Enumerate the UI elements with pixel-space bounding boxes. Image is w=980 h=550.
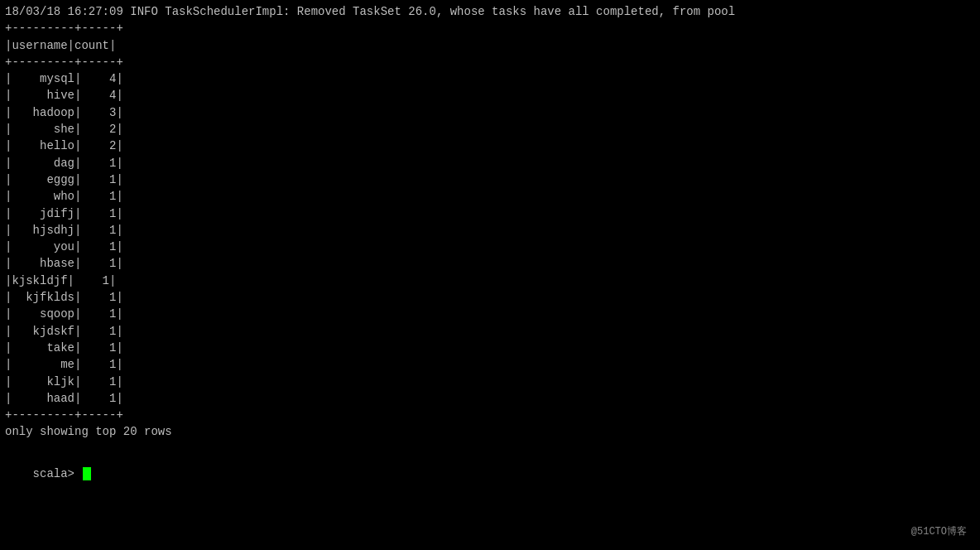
table-row: |kjskldjf| 1| [5,273,975,289]
table-row: | dag| 1| [5,155,975,171]
separator-bottom: +---------+-----+ [5,407,975,423]
table-row: | me| 1| [5,356,975,373]
table-row: | who| 1| [5,188,975,205]
table-row: | hello| 2| [5,138,975,154]
table-row: | jdifj| 1| [5,205,975,222]
separator-mid: +---------+-----+ [5,54,975,70]
table-row: | sqoop| 1| [5,306,975,322]
terminal: 18/03/18 16:27:09 INFO TaskSchedulerImpl… [5,3,975,547]
table-row: | hive| 4| [5,87,975,104]
table-row: | kjdskf| 1| [5,323,975,340]
table-row: | you| 1| [5,239,975,255]
cursor [83,467,91,480]
table-row: | kjfklds| 1| [5,289,975,306]
table-body: | mysql| 4|| hive| 4|| hadoop| 3|| she| … [5,70,975,407]
table-row: | hbase| 1| [5,255,975,272]
table-row: | kljk| 1| [5,374,975,390]
table-row: | haad| 1| [5,390,975,407]
watermark: @51CTO博客 [911,524,967,538]
table-row: | eggg| 1| [5,171,975,188]
table-row: | hjsdhj| 1| [5,222,975,239]
table-row: | take| 1| [5,340,975,356]
separator-top: +---------+-----+ [5,20,975,36]
table-row: | mysql| 4| [5,70,975,87]
info-line: 18/03/18 16:27:09 INFO TaskSchedulerImpl… [5,3,975,20]
prompt-line: scala> [5,449,975,499]
prompt-text: scala> [33,467,82,480]
table-row: | she| 2| [5,121,975,138]
table-header: |username|count| [5,37,975,54]
table-row: | hadoop| 3| [5,104,975,121]
footer-text: only showing top 20 rows [5,423,975,440]
